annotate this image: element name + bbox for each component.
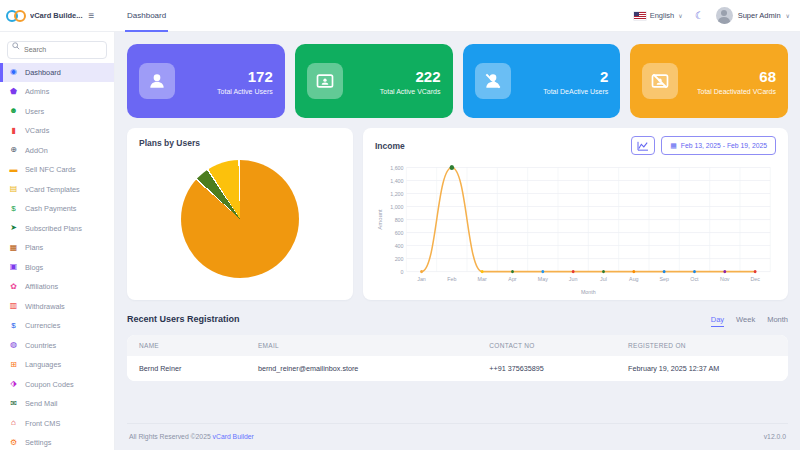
version-label: v12.0.0 — [764, 433, 786, 440]
sidebar-item-label: Countries — [25, 341, 56, 350]
svg-text:0: 0 — [401, 268, 404, 274]
plans-by-users-card: Plans by Users — [127, 128, 353, 300]
column-header-registered-on: REGISTERED ON — [616, 335, 788, 356]
sidebar-item-addon[interactable]: ⊕AddOn — [0, 141, 114, 161]
sidebar-menu: ◉Dashboard⬟Admins☻Users▮VCards⊕AddOn▬Sel… — [0, 63, 114, 450]
tab-dashboard[interactable]: Dashboard — [125, 0, 168, 32]
svg-text:Jan: Jan — [417, 276, 426, 282]
sidebar-item-affiliations[interactable]: ✿Affiliations — [0, 277, 114, 297]
svg-text:Apr: Apr — [508, 276, 516, 282]
chart-type-button[interactable] — [631, 136, 655, 155]
column-header-email: EMAIL — [246, 335, 477, 356]
user-menu[interactable]: Super Admin ∨ — [716, 7, 790, 24]
sidebar-item-coupon-codes[interactable]: ⬗Coupon Codes — [0, 375, 114, 395]
recent-tab-day[interactable]: Day — [711, 315, 724, 327]
sidebar-item-label: vCard Templates — [25, 185, 80, 194]
chevron-down-icon: ∨ — [786, 12, 790, 19]
main-content: 172Total Active Users222Total Active VCa… — [115, 32, 800, 450]
svg-text:600: 600 — [395, 229, 404, 235]
recent-tab-week[interactable]: Week — [736, 315, 755, 327]
sidebar-item-label: AddOn — [25, 146, 48, 155]
top-header: Dashboard English ∨ ☾ Super Admin ∨ — [115, 0, 800, 32]
table-cell: bernd_reiner@emailinbox.store — [246, 356, 477, 381]
svg-text:1,400: 1,400 — [390, 177, 403, 183]
table-row: Bernd Reinerbernd_reiner@emailinbox.stor… — [127, 356, 788, 381]
sidebar-item-cash-payments[interactable]: $Cash Payments — [0, 199, 114, 219]
sidebar-item-label: Cash Payments — [25, 204, 77, 213]
column-header-contact-no: CONTACT NO — [477, 335, 616, 356]
stat-label: Total Deactivated VCards — [697, 88, 776, 95]
vcard-icon — [307, 63, 343, 99]
search-input[interactable] — [7, 41, 107, 59]
svg-text:Month: Month — [581, 289, 596, 295]
stat-value: 2 — [543, 68, 608, 86]
sidebar-item-vcard-templates[interactable]: ▤vCard Templates — [0, 180, 114, 200]
recent-users-tabs: DayWeekMonth — [711, 315, 788, 327]
user-slash-icon — [475, 63, 511, 99]
sidebar-item-countries[interactable]: ◍Countries — [0, 336, 114, 356]
cash-payments-icon: $ — [9, 205, 18, 213]
svg-text:Sep: Sep — [659, 276, 668, 282]
date-range-button[interactable]: ▦ Feb 13, 2025 - Feb 19, 2025 — [661, 136, 776, 155]
sidebar-item-withdrawals[interactable]: ▥Withdrawals — [0, 297, 114, 317]
stat-card-total-deactivated-vcards: 68Total Deactivated VCards — [630, 44, 788, 118]
sidebar-item-settings[interactable]: ⚙Settings — [0, 433, 114, 450]
addon-icon: ⊕ — [9, 146, 18, 154]
user-name: Super Admin — [738, 11, 781, 20]
svg-text:May: May — [538, 276, 548, 282]
income-card: Income ▦ Feb 13, 2025 - Feb 19, 2025 020… — [363, 128, 788, 300]
sidebar-item-label: Sell NFC Cards — [25, 165, 76, 174]
sidebar-item-label: Withdrawals — [25, 302, 65, 311]
stat-value: 68 — [697, 68, 776, 86]
sidebar-item-label: Plans — [25, 243, 43, 252]
sidebar-item-currencies[interactable]: $Currencies — [0, 316, 114, 336]
plans-icon: ▦ — [9, 244, 18, 252]
settings-icon: ⚙ — [9, 439, 18, 447]
svg-text:1,000: 1,000 — [390, 203, 403, 209]
countries-icon: ◍ — [9, 341, 18, 349]
brand-name: vCard Builde... — [30, 11, 83, 20]
recent-tab-month[interactable]: Month — [767, 315, 788, 327]
sidebar-item-sell-nfc-cards[interactable]: ▬Sell NFC Cards — [0, 160, 114, 180]
hamburger-menu-icon[interactable]: ≡ — [89, 10, 95, 21]
dark-mode-toggle-moon-icon[interactable]: ☾ — [695, 10, 704, 21]
svg-text:Nov: Nov — [720, 276, 730, 282]
sidebar-item-vcards[interactable]: ▮VCards — [0, 121, 114, 141]
sidebar-item-users[interactable]: ☻Users — [0, 102, 114, 122]
stat-label: Total Active VCards — [380, 88, 441, 95]
vcard-slash-icon — [642, 63, 678, 99]
sidebar-item-label: Settings — [25, 438, 51, 447]
stat-card-total-deactive-users: 2Total DeActive Users — [463, 44, 621, 118]
users-icon: ☻ — [9, 107, 18, 115]
sidebar-item-languages[interactable]: ⊞Languages — [0, 355, 114, 375]
plans-by-users-pie-chart — [181, 160, 299, 278]
sidebar-item-send-mail[interactable]: ✉Send Mail — [0, 394, 114, 414]
svg-text:Dec: Dec — [750, 276, 760, 282]
language-selector[interactable]: English ∨ — [634, 11, 683, 20]
sidebar-item-admins[interactable]: ⬟Admins — [0, 82, 114, 102]
line-chart-icon — [637, 141, 649, 151]
column-header-name: NAME — [127, 335, 246, 356]
stat-value: 222 — [380, 68, 441, 86]
stats-row: 172Total Active Users222Total Active VCa… — [127, 44, 788, 118]
footer-brand-link[interactable]: vCard Builder — [213, 433, 254, 440]
svg-text:800: 800 — [395, 216, 404, 222]
svg-text:1,200: 1,200 — [390, 190, 403, 196]
nfc-cards-icon: ▬ — [9, 166, 18, 174]
recent-users-title: Recent Users Registration — [127, 314, 240, 324]
sidebar-item-blogs[interactable]: ▣Blogs — [0, 258, 114, 278]
user-icon — [139, 63, 175, 99]
languages-icon: ⊞ — [9, 361, 18, 369]
sidebar-item-label: Languages — [25, 360, 61, 369]
send-mail-icon: ✉ — [9, 400, 18, 408]
stat-label: Total Active Users — [217, 88, 273, 95]
front-cms-icon: ⌂ — [9, 419, 18, 427]
us-flag-icon — [634, 12, 646, 20]
infinity-logo-icon — [6, 10, 26, 22]
sidebar-item-label: Subscribed Plans — [25, 224, 82, 233]
table-header-row: NAMEEMAILCONTACT NOREGISTERED ON — [127, 335, 788, 356]
sidebar-item-plans[interactable]: ▦Plans — [0, 238, 114, 258]
sidebar-item-dashboard[interactable]: ◉Dashboard — [0, 63, 114, 83]
sidebar-item-front-cms[interactable]: ⌂Front CMS — [0, 414, 114, 434]
sidebar-item-subscribed-plans[interactable]: ➤Subscribed Plans — [0, 219, 114, 239]
